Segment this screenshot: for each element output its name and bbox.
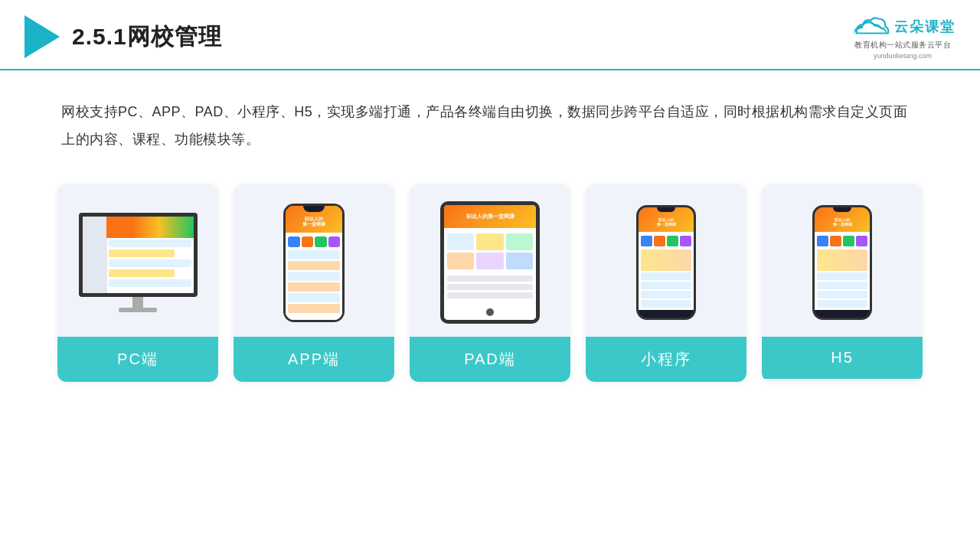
h5-icon-3 [843, 236, 854, 246]
monitor-row-3 [109, 259, 191, 267]
icon-dot-4 [328, 236, 341, 247]
mini-screen-title: 职达人的第一堂网课 [657, 217, 676, 227]
logo-triangle-icon [24, 15, 60, 58]
phone-row-2 [288, 261, 340, 270]
tablet-screen: 职达人的第一堂网课 [444, 205, 536, 320]
h5-screen-title: 职达人的第一堂网课 [833, 217, 852, 227]
icon-dot-1 [288, 236, 300, 247]
card-mini: 职达人的第一堂网课 [586, 184, 746, 382]
cards-section: PC端 职达人的第一堂网课 [0, 168, 980, 405]
h5-phone-screen: 职达人的第一堂网课 [815, 207, 870, 318]
phone-notch [303, 206, 325, 212]
card-app-label: APP端 [234, 337, 394, 382]
phone-screen-title: 职达人的第一堂网课 [302, 217, 325, 227]
monitor-screen [79, 213, 198, 297]
card-mini-label: 小程序 [586, 337, 746, 382]
header: 2.5.1网校管理 云朵课堂 教育机构一站式服务云平台 yunduoketang… [0, 0, 980, 70]
mini-icon-3 [667, 236, 678, 246]
phone-row-3 [288, 272, 340, 281]
card-pc: PC端 [57, 184, 218, 382]
tablet-cell-5 [476, 253, 503, 269]
mini-content-4 [641, 300, 691, 308]
monitor-content [109, 240, 191, 292]
phone-row-6 [288, 304, 340, 313]
monitor-row-4 [109, 269, 175, 277]
h5-content-1 [817, 272, 867, 280]
mini-phone-mock: 职达人的第一堂网课 [636, 205, 696, 320]
tablet-cell-2 [476, 233, 503, 250]
mini-phone-screen: 职达人的第一堂网课 [639, 207, 694, 318]
card-h5: 职达人的第一堂网课 [762, 184, 923, 382]
mini-content-3 [641, 291, 691, 298]
monitor-base [119, 308, 157, 312]
mini-screen-body [639, 232, 694, 310]
mini-content-1 [641, 272, 691, 280]
monitor-row-2 [109, 249, 175, 257]
mini-icon-4 [680, 236, 691, 246]
phone-mock: 职达人的第一堂网课 [283, 204, 345, 322]
h5-icon-4 [856, 236, 867, 246]
header-right: 云朵课堂 教育机构一站式服务云平台 yunduoketang.com [850, 14, 956, 60]
phone-row-5 [288, 293, 340, 302]
tablet-screen-title: 职达人的第一堂网课 [466, 213, 514, 220]
h5-banner [817, 249, 867, 271]
h5-icons [817, 236, 867, 246]
mini-phone-notch [657, 207, 675, 212]
tablet-screen-top: 职达人的第一堂网课 [444, 205, 536, 228]
mini-phone-body: 职达人的第一堂网课 [636, 205, 696, 320]
cloud-icon [850, 14, 890, 40]
mini-content-2 [641, 282, 691, 289]
card-app: 职达人的第一堂网课 [234, 184, 394, 382]
h5-phone-notch [833, 207, 851, 212]
tablet-home-button [486, 308, 494, 316]
mini-banner [641, 249, 691, 271]
card-mini-image: 职达人的第一堂网课 [586, 184, 746, 337]
tablet-cell-3 [506, 233, 533, 250]
tablet-cell-4 [447, 253, 474, 269]
tablet-body: 职达人的第一堂网课 [440, 201, 540, 324]
header-left: 2.5.1网校管理 [24, 15, 222, 58]
h5-icon-1 [817, 236, 828, 246]
h5-content-4 [817, 300, 867, 308]
card-pad-image: 职达人的第一堂网课 [410, 184, 570, 337]
icon-dot-3 [315, 236, 327, 247]
page-title: 2.5.1网校管理 [72, 21, 222, 53]
card-pc-image [57, 184, 218, 337]
brand-name: 云朵课堂 [894, 18, 956, 36]
monitor-row-1 [109, 240, 191, 247]
svg-point-7 [863, 23, 874, 33]
monitor-stand [132, 297, 143, 308]
brand-tagline: 教育机构一站式服务云平台 [854, 40, 951, 51]
monitor-mock [79, 213, 198, 312]
card-h5-label: H5 [762, 337, 923, 379]
mini-icon-1 [641, 236, 652, 246]
h5-phone-body: 职达人的第一堂网课 [812, 205, 872, 320]
tablet-cell-6 [506, 253, 533, 269]
tablet-grid [444, 230, 536, 272]
phone-body: 职达人的第一堂网课 [283, 204, 345, 322]
monitor-row-5 [109, 279, 191, 287]
card-app-image: 职达人的第一堂网课 [234, 184, 394, 337]
h5-phone-mock: 职达人的第一堂网课 [812, 205, 872, 320]
phone-row-1 [288, 250, 340, 259]
h5-icon-2 [830, 236, 841, 246]
mini-icon-2 [654, 236, 665, 246]
phone-row-4 [288, 282, 340, 292]
tablet-cell-1 [447, 233, 474, 250]
card-pad: 职达人的第一堂网课 [410, 184, 570, 382]
tablet-rows [444, 272, 536, 302]
card-h5-image: 职达人的第一堂网课 [762, 184, 923, 337]
mini-icons [641, 236, 691, 246]
tablet-row-1 [447, 276, 533, 282]
phone-icons [288, 236, 340, 247]
monitor-screen-inner [83, 217, 194, 293]
h5-screen-body [815, 232, 870, 310]
icon-dot-2 [302, 236, 314, 247]
brand-url: yunduoketang.com [874, 52, 932, 60]
h5-content-2 [817, 282, 867, 289]
card-pad-label: PAD端 [410, 337, 570, 382]
tablet-row-2 [447, 284, 533, 290]
cloud-logo: 云朵课堂 [850, 14, 956, 40]
tablet-row-3 [447, 292, 533, 298]
tablet-mock: 职达人的第一堂网课 [440, 201, 540, 324]
